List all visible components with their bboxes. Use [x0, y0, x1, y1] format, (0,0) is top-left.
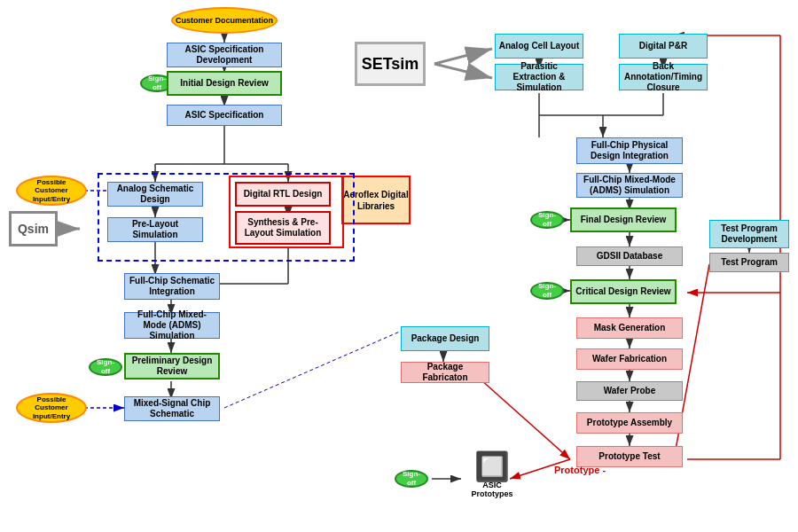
- test-program-dev-node: Test Program Development: [709, 220, 789, 248]
- asic-spec-dev-node: ASIC Specification Development: [167, 43, 282, 67]
- full-chip-mixed2-node: Full-Chip Mixed-Mode (ADMS) Simulation: [576, 173, 683, 198]
- svg-line-27: [434, 64, 492, 78]
- signoff4-node: Sign-off: [530, 282, 564, 300]
- signoff5-node: Sign-off: [395, 470, 428, 488]
- mixed-signal-node: Mixed-Signal Chip Schematic: [124, 396, 220, 421]
- mask-gen-node: Mask Generation: [576, 317, 683, 339]
- prelim-design-review-node: Preliminary Design Review: [124, 353, 220, 379]
- svg-line-48: [473, 372, 570, 459]
- package-design-node: Package Design: [401, 326, 489, 351]
- back-annotation-node: Back Annotation/Timing Closure: [619, 64, 708, 90]
- signoff3-node: Sign-off: [530, 211, 564, 229]
- asic-prototypes-node: 🔲 ASIC Prototypes: [461, 452, 523, 497]
- wafer-probe-node: Wafer Probe: [576, 381, 683, 401]
- digital-red-rect: [229, 176, 344, 248]
- final-design-review-node: Final Design Review: [570, 207, 677, 232]
- package-fab-node: Package Fabricaton: [401, 362, 489, 383]
- wafer-fab-node: Wafer Fabrication: [576, 348, 683, 370]
- svg-line-26: [434, 49, 492, 64]
- setsim-node: SETsim: [355, 42, 426, 86]
- analog-cell-layout-node: Analog Cell Layout: [495, 34, 583, 59]
- full-chip-schematic-node: Full-Chip Schematic Integration: [124, 273, 220, 300]
- possible-customer2-node: Possible Customer Input/Entry: [16, 393, 87, 423]
- full-chip-physical-node: Full-Chip Physical Design Integration: [576, 137, 683, 164]
- gdsii-db-node: GDSII Database: [576, 246, 683, 266]
- parasitic-ext-node: Parasitic Extraction & Simulation: [495, 64, 583, 90]
- prototype-label: Prototype -: [554, 465, 606, 475]
- svg-line-56: [224, 328, 408, 408]
- asic-spec-node: ASIC Specification: [167, 105, 282, 126]
- test-program-node: Test Program: [709, 253, 789, 272]
- digital-par-node: Digital P&R: [619, 34, 708, 59]
- critical-design-review-node: Critical Design Review: [570, 279, 677, 304]
- customer-doc-node: Customer Documentation: [171, 7, 278, 34]
- full-chip-mixed1-node: Full-Chip Mixed-Mode (ADMS) Simulation: [124, 312, 220, 339]
- initial-design-review-node: Initial Design Review: [167, 71, 282, 96]
- signoff2-node: Sign-off: [89, 358, 122, 376]
- qsim-node: Qsim: [9, 211, 58, 246]
- prototype-assembly-node: Prototype Assembly: [576, 412, 683, 434]
- possible-customer1-node: Possible Customer Input/Entry: [16, 176, 87, 206]
- diagram-container: Customer Documentation ASIC Specificatio…: [0, 0, 798, 532]
